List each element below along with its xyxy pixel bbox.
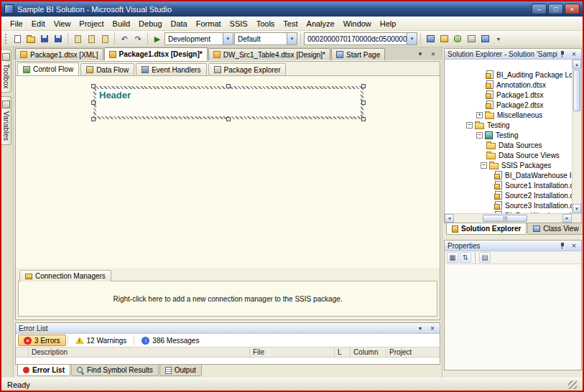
toolbar-button-2[interactable] (437, 32, 450, 45)
file-column-header[interactable]: File (250, 347, 335, 357)
tree-item-data-sources[interactable]: Data Sources (445, 140, 572, 150)
tab-data-flow[interactable]: Data Flow (80, 63, 134, 75)
vertical-scroll-thumb[interactable] (573, 70, 580, 111)
resize-grip[interactable] (568, 381, 577, 389)
messages-filter-button[interactable]: 386 Messages (136, 335, 205, 346)
menu-ssis[interactable]: SSIS (226, 18, 252, 29)
control-flow-canvas[interactable]: Header (16, 76, 440, 268)
menu-tools[interactable]: Tools (252, 18, 279, 29)
maximize-button[interactable]: □ (548, 4, 563, 14)
new-project-button[interactable] (11, 32, 24, 45)
menu-edit[interactable]: Edit (27, 18, 50, 29)
resize-handle-nw[interactable] (91, 84, 96, 88)
connection-managers-panel[interactable]: Right-click here to add a new connection… (18, 281, 437, 317)
tab-error-list[interactable]: Error List (17, 365, 70, 376)
redo-button[interactable]: ↷ (131, 32, 144, 45)
tab-solution-explorer[interactable]: Solution Explorer (446, 223, 527, 235)
save-all-button[interactable] (52, 32, 65, 45)
tree-item-ssis-packages[interactable]: SSIS Packages (445, 160, 572, 170)
doc-tab-start-page[interactable]: Start Page (331, 48, 385, 60)
chevron-down-icon[interactable]: ▼ (407, 33, 417, 45)
tree-item-source2-installation[interactable]: Source2 Installation.dts (445, 190, 572, 200)
copy-button[interactable] (85, 32, 98, 45)
menu-view[interactable]: View (50, 18, 75, 29)
menu-project[interactable]: Project (75, 18, 108, 29)
tree-item-bi-auditing-package[interactable]: BI_Auditing Package Lo (445, 70, 572, 80)
expander-expanded-icon[interactable] (466, 122, 473, 129)
package-id-combo[interactable]: 0002000070170000dc050000030 ▼ (304, 32, 417, 45)
expander-expanded-icon[interactable] (481, 162, 487, 169)
pin-icon[interactable] (557, 50, 566, 58)
start-debugging-button[interactable]: ▶ (151, 32, 164, 45)
expander-expanded-icon[interactable] (476, 132, 483, 139)
toolbar-grip[interactable] (5, 34, 7, 44)
save-button[interactable] (38, 32, 51, 45)
properties-body[interactable] (445, 264, 581, 370)
scroll-left-icon[interactable]: ◄ (445, 214, 454, 223)
property-pages-button[interactable]: ▤ (479, 252, 491, 263)
tree-item-package1-dtsx[interactable]: Package1.dtsx (445, 90, 572, 100)
scroll-right-icon[interactable]: ► (562, 214, 572, 223)
doc-tab-package1-xml[interactable]: Package1.dtsx [XML] (15, 48, 103, 60)
errors-filter-button[interactable]: 3 Errors (18, 335, 66, 346)
scroll-up-icon[interactable]: ▲ (573, 60, 581, 69)
toolbar-options-button[interactable]: ▼ (492, 32, 505, 45)
resize-handle-sw[interactable] (91, 117, 96, 121)
tab-package-explorer[interactable]: Package Explorer (208, 63, 287, 75)
error-list-body[interactable] (16, 358, 440, 364)
undo-button[interactable]: ↶ (118, 32, 131, 45)
tree-item-data-source-views[interactable]: Data Source Views (445, 150, 572, 160)
resize-handle-n[interactable] (226, 84, 231, 88)
tree-item-bi-datawarehouse-insta[interactable]: BI_DataWarehouse Insta (445, 170, 572, 180)
annotation-body[interactable]: Header (96, 89, 361, 116)
cut-button[interactable] (71, 32, 84, 45)
menu-help[interactable]: Help (376, 18, 401, 29)
project-column-header[interactable]: Project (386, 347, 440, 357)
severity-column-header[interactable] (16, 347, 29, 357)
column-column-header[interactable]: Column (351, 347, 386, 357)
tree-item-testing-folder[interactable]: Testing (445, 120, 572, 130)
alphabetical-button[interactable]: ⇅ (460, 252, 471, 263)
error-list-titlebar[interactable]: Error List ▼ × (16, 323, 440, 334)
horizontal-scrollbar[interactable]: ◄ ► (445, 213, 581, 223)
toolbox-tab[interactable]: Toolbox (1, 49, 11, 93)
header-annotation[interactable]: Header (93, 86, 363, 119)
close-icon[interactable]: × (570, 50, 578, 58)
solution-explorer-titlebar[interactable]: Solution Explorer - Solution 'Sampl... × (445, 49, 581, 60)
connection-managers-tab[interactable]: Connection Managers (19, 270, 111, 281)
horizontal-scroll-thumb[interactable] (483, 215, 527, 222)
toolbar-button-5[interactable] (478, 32, 491, 45)
chevron-down-icon[interactable]: ▼ (223, 33, 233, 45)
minimize-button[interactable]: – (532, 4, 547, 14)
toolbar-button-3[interactable] (451, 32, 464, 45)
window-list-button[interactable]: ▼ (416, 50, 425, 58)
scroll-down-icon[interactable]: ▼ (573, 204, 581, 213)
close-button[interactable]: × (565, 4, 580, 14)
resize-handle-w[interactable] (91, 101, 96, 105)
resize-handle-ne[interactable] (361, 84, 366, 88)
open-file-button[interactable] (24, 32, 37, 45)
warnings-filter-button[interactable]: 12 Warnings (70, 335, 133, 346)
tab-output[interactable]: Output (159, 365, 202, 376)
paste-button[interactable] (98, 32, 111, 45)
scroll-track[interactable] (573, 112, 581, 204)
doc-tab-dw-src1-table4[interactable]: DW_Src1_Table4.dtsx [Design]* (208, 48, 330, 60)
menu-data[interactable]: Data (167, 18, 192, 29)
toolbar-button-4[interactable] (465, 32, 478, 45)
tab-find-symbol-results[interactable]: Find Symbol Results (71, 365, 159, 376)
menu-analyze[interactable]: Analyze (302, 18, 339, 29)
vertical-scrollbar[interactable]: ▲ ▼ (572, 60, 581, 213)
toolbar-button-1[interactable] (424, 32, 437, 45)
menu-window[interactable]: Window (339, 18, 376, 29)
menu-format[interactable]: Format (192, 18, 226, 29)
window-position-button[interactable]: ▼ (416, 324, 425, 332)
tree-item-testing-project[interactable]: Testing (445, 130, 572, 140)
categorized-button[interactable]: ▦ (447, 252, 458, 263)
tab-event-handlers[interactable]: Event Handlers (136, 63, 206, 75)
configuration-combo[interactable]: Development ▼ (164, 32, 233, 45)
menu-build[interactable]: Build (108, 18, 134, 29)
tab-control-flow[interactable]: Control Flow (17, 62, 79, 75)
resize-handle-se[interactable] (361, 117, 366, 121)
doc-tab-package1-design[interactable]: Package1.dtsx [Design]* (104, 47, 208, 60)
pin-icon[interactable] (557, 241, 566, 250)
